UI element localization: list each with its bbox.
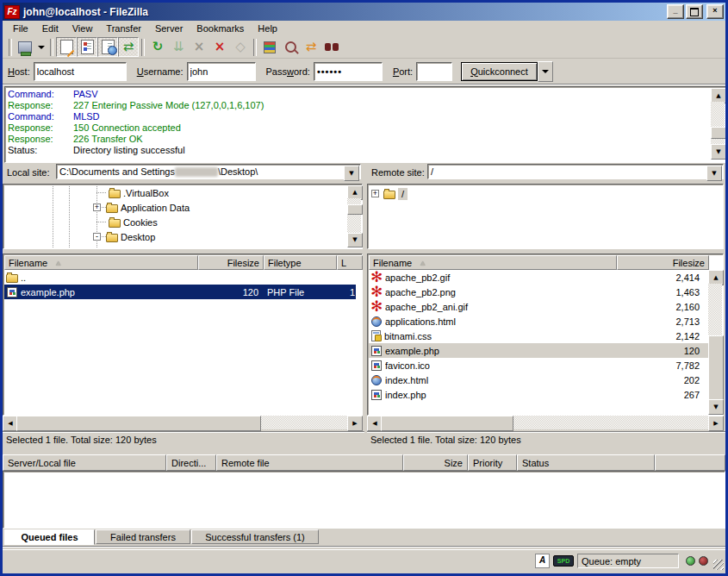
local-tree-scrollbar[interactable]: ▲ ▼ (347, 185, 361, 247)
broken-image-icon: ✻ (370, 301, 383, 312)
queue-body[interactable] (3, 471, 725, 529)
column-filesize[interactable]: Filesize (617, 255, 709, 270)
menu-server[interactable]: Server (148, 22, 190, 35)
remote-hscrollbar[interactable]: ◀ ▶ (367, 416, 724, 429)
scroll-track[interactable] (711, 102, 725, 146)
tree-item-root[interactable]: + / (371, 186, 408, 201)
column-modified[interactable]: L (337, 255, 363, 270)
minimize-button[interactable]: _ (667, 4, 684, 19)
tab-failed-transfers[interactable]: Failed transfers (96, 529, 190, 544)
find-files-button[interactable] (321, 37, 342, 57)
menu-help[interactable]: Help (251, 22, 284, 35)
scroll-down-icon[interactable]: ▼ (347, 233, 363, 247)
scroll-thumb[interactable] (708, 335, 724, 401)
remote-row-selected[interactable]: example.php 120 (369, 343, 708, 358)
expand-icon[interactable]: + (93, 203, 101, 211)
local-site-combo[interactable]: C:\Documents and Settings\Desktop\ ▼ (56, 164, 361, 179)
title-bar[interactable]: Fz john@localhost - FileZilla _ × (3, 3, 725, 21)
column-filename[interactable]: Filename▲ (369, 255, 617, 270)
toggle-local-tree-button[interactable] (77, 37, 97, 57)
menu-file[interactable]: File (6, 22, 35, 35)
scroll-thumb[interactable] (347, 204, 363, 215)
menu-view[interactable]: View (65, 22, 100, 35)
folder-icon (109, 190, 121, 198)
site-manager-icon (18, 41, 32, 53)
menu-edit[interactable]: Edit (35, 22, 65, 35)
chevron-down-icon (38, 46, 45, 53)
username-input[interactable] (187, 62, 256, 81)
scroll-down-icon[interactable]: ▼ (708, 399, 724, 415)
remote-row[interactable]: index.php 267 (369, 387, 708, 402)
collapse-icon[interactable]: - (93, 233, 101, 241)
remote-row[interactable]: favicon.ico 7,782 (369, 358, 708, 373)
scroll-thumb[interactable] (16, 416, 261, 431)
toolbar-separator (50, 39, 53, 56)
password-input[interactable] (314, 62, 383, 81)
column-spacer (655, 454, 725, 471)
local-hscrollbar[interactable]: ◀ ▶ (3, 416, 363, 429)
scroll-thumb[interactable] (711, 127, 726, 139)
local-site-dropdown[interactable]: ▼ (344, 166, 359, 181)
remote-row[interactable]: bitnami.css 2,142 (369, 329, 708, 343)
directory-compare-button[interactable] (280, 37, 301, 57)
tree-connector (96, 222, 107, 222)
scroll-thumb[interactable] (381, 416, 513, 431)
local-tree: .VirtualBox + Application Data Cookies -… (3, 184, 363, 249)
transfer-type-icon[interactable]: A (535, 554, 550, 568)
toggle-queue-button[interactable]: ⇄ (118, 37, 139, 57)
column-direction[interactable]: Directi... (166, 454, 216, 471)
column-filename[interactable]: Filename▲ (4, 255, 198, 270)
log-scrollbar[interactable]: ▲ ▼ (711, 88, 725, 160)
tree-item-desktop[interactable]: - Desktop (93, 229, 155, 244)
remote-site-dropdown[interactable]: ▼ (706, 166, 722, 181)
menu-bookmarks[interactable]: Bookmarks (190, 22, 251, 35)
resize-grip[interactable] (713, 560, 724, 570)
tree-item-application-data[interactable]: + Application Data (93, 200, 190, 215)
remote-list-scrollbar[interactable]: ▲ ▼ (708, 270, 722, 415)
toggle-log-button[interactable] (56, 37, 77, 57)
tree-item-cookies[interactable]: Cookies (107, 215, 158, 229)
column-priority[interactable]: Priority (468, 454, 517, 471)
quickconnect-button[interactable]: Quickconnect (461, 62, 538, 81)
speed-limit-icon[interactable]: SPD (553, 555, 574, 567)
filter-button[interactable] (259, 37, 280, 57)
refresh-button[interactable]: ↻ (147, 37, 168, 57)
quickconnect-dropdown[interactable] (538, 61, 553, 82)
local-row-example-php[interactable]: example.php 120 PHP File 1 (4, 285, 356, 299)
tab-successful-transfers[interactable]: Successful transfers (1) (191, 529, 319, 544)
column-size[interactable]: Size (403, 454, 468, 471)
remote-row[interactable]: index.html 202 (369, 373, 708, 387)
column-remote-file[interactable]: Remote file (216, 454, 403, 471)
close-button[interactable]: × (706, 4, 724, 19)
menu-transfer[interactable]: Transfer (99, 22, 148, 35)
column-server-local-file[interactable]: Server/Local file (3, 454, 166, 471)
site-manager-button[interactable] (15, 37, 35, 57)
column-filetype[interactable]: Filetype (264, 255, 337, 270)
process-queue-button[interactable]: ⇊ (168, 37, 189, 57)
remote-row[interactable]: ✻ apache_pb2_ani.gif 2,160 (369, 299, 708, 314)
remote-site-combo[interactable]: / ▼ (427, 164, 724, 179)
scroll-right-icon[interactable]: ▶ (708, 416, 724, 431)
tab-queued-files[interactable]: Queued files (4, 529, 95, 545)
local-row-parent-dir[interactable]: .. (4, 270, 361, 285)
maximize-button[interactable] (686, 4, 703, 19)
column-status[interactable]: Status (517, 454, 655, 471)
remote-row[interactable]: ✻ apache_pb2.gif 2,414 (369, 270, 708, 285)
port-input[interactable] (416, 62, 452, 81)
site-manager-dropdown[interactable] (35, 37, 47, 57)
toggle-remote-tree-button[interactable] (97, 37, 118, 57)
disconnect-button[interactable]: × (209, 37, 230, 57)
expand-icon[interactable]: + (371, 190, 379, 197)
remote-row[interactable]: ✻ apache_pb2.png 1,463 (369, 285, 708, 299)
scroll-down-icon[interactable]: ▼ (711, 144, 726, 160)
tree-item-virtualbox[interactable]: .VirtualBox (107, 185, 169, 200)
column-filesize[interactable]: Filesize (198, 255, 264, 270)
sync-browsing-button[interactable]: ⇄ (301, 37, 321, 57)
reconnect-button[interactable]: ◇ (230, 37, 251, 57)
scroll-right-icon[interactable]: ▶ (347, 416, 363, 431)
cancel-button[interactable]: × (189, 37, 209, 57)
remote-row[interactable]: applications.html 2,713 (369, 314, 708, 329)
folder-icon (106, 234, 118, 242)
remote-tree: + / (367, 184, 724, 249)
host-input[interactable] (34, 62, 127, 81)
